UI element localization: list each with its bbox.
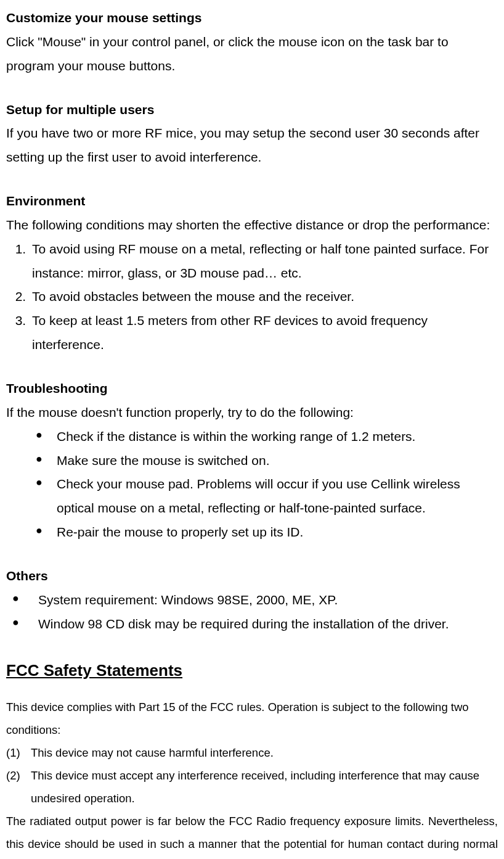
heading-fcc: FCC Safety Statements <box>6 656 498 685</box>
list-item: Make sure the mouse is switched on. <box>36 449 498 473</box>
heading-environment: Environment <box>6 189 498 213</box>
list-number: (1) <box>6 741 20 764</box>
list-item: Check if the distance is within the work… <box>36 425 498 449</box>
list-item: To avoid obstacles between the mouse and… <box>30 285 498 309</box>
list-item: To keep at least 1.5 meters from other R… <box>30 309 498 357</box>
list-environment: To avoid using RF mouse on a metal, refl… <box>6 237 498 357</box>
list-text: This device must accept any interference… <box>31 769 479 805</box>
list-number: (2) <box>6 764 20 787</box>
list-item: (2)This device must accept any interfere… <box>6 764 498 810</box>
section-customize: Customize your mouse settings Click "Mou… <box>6 6 498 78</box>
body-troubleshooting: If the mouse doesn't function properly, … <box>6 401 498 425</box>
list-text: This device may not cause harmful interf… <box>31 746 274 759</box>
list-item: Window 98 CD disk may be required during… <box>12 612 498 636</box>
section-multiuser: Setup for multiple users If you have two… <box>6 98 498 170</box>
list-item: To avoid using RF mouse on a metal, refl… <box>30 237 498 286</box>
heading-customize: Customize your mouse settings <box>6 6 498 30</box>
list-item: System requirement: Windows 98SE, 2000, … <box>12 588 498 612</box>
section-fcc: FCC Safety Statements This device compli… <box>6 656 498 859</box>
list-item: (1)This device may not cause harmful int… <box>6 741 498 764</box>
heading-troubleshooting: Troubleshooting <box>6 377 498 401</box>
list-item: Re-pair the mouse to properly set up its… <box>36 520 498 545</box>
section-environment: Environment The following conditions may… <box>6 189 498 357</box>
fcc-intro: This device complies with Part 15 of the… <box>6 696 498 741</box>
list-item: Check your mouse pad. Problems will occu… <box>36 472 498 520</box>
body-customize: Click "Mouse" in your control panel, or … <box>6 30 498 78</box>
section-others: Others System requirement: Windows 98SE,… <box>6 564 498 636</box>
heading-multiuser: Setup for multiple users <box>6 98 498 122</box>
fcc-footer: The radiated output power is far below t… <box>6 810 498 860</box>
section-troubleshooting: Troubleshooting If the mouse doesn't fun… <box>6 377 498 545</box>
list-fcc: (1)This device may not cause harmful int… <box>6 741 498 810</box>
list-troubleshooting: Check if the distance is within the work… <box>6 425 498 545</box>
body-environment: The following conditions may shorten the… <box>6 213 498 237</box>
body-multiuser: If you have two or more RF mice, you may… <box>6 121 498 170</box>
list-others: System requirement: Windows 98SE, 2000, … <box>6 588 498 636</box>
fcc-content: This device complies with Part 15 of the… <box>6 696 498 860</box>
heading-others: Others <box>6 564 498 588</box>
